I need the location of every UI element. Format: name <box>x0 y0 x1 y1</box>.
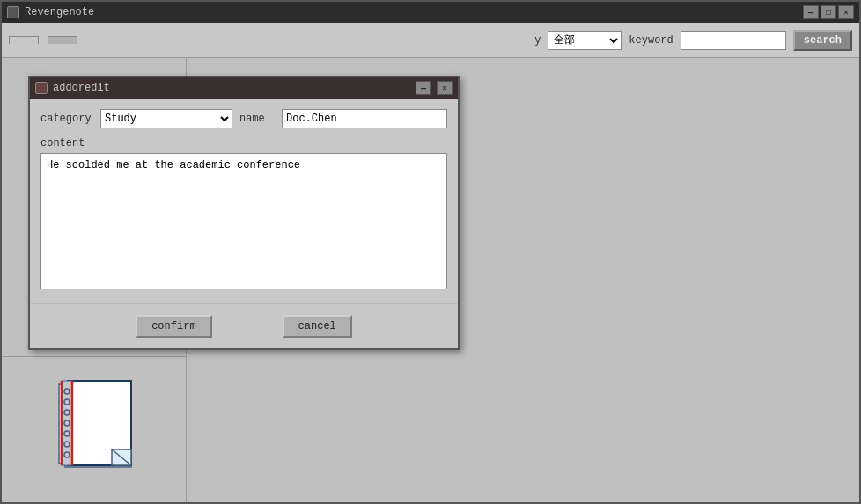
title-bar: Revengenote — □ ✕ <box>2 2 859 23</box>
main-window: Revengenote — □ ✕ y 全部 Study Work Person… <box>0 0 861 504</box>
toolbar: y 全部 Study Work Personal keyword search <box>2 23 859 58</box>
category-form-label: category <box>40 113 93 125</box>
tab-2[interactable] <box>48 36 77 44</box>
content-textarea[interactable]: He scolded me at the academic conference <box>40 153 447 289</box>
cancel-button[interactable]: cancel <box>283 315 352 338</box>
tab-1[interactable] <box>9 36 39 44</box>
category-label: y <box>534 34 541 47</box>
dialog-titlebar: addoredit — ✕ <box>30 77 458 99</box>
window-controls: — □ ✕ <box>803 5 854 19</box>
app-title: Revengenote <box>25 6 798 18</box>
content-form-label: content <box>40 137 447 150</box>
confirm-button[interactable]: confirm <box>136 315 211 338</box>
category-form-select[interactable]: Study Work Personal Other <box>100 109 232 128</box>
dialog-content: category Study Work Personal Other name … <box>30 99 458 303</box>
name-form-label: name <box>239 113 275 125</box>
dialog-minimize-button[interactable]: — <box>416 81 431 95</box>
keyword-input[interactable] <box>681 31 786 50</box>
modal-overlay: addoredit — ✕ category Study Work Person… <box>2 58 859 502</box>
dialog-title: addoredit <box>53 82 410 94</box>
addoredit-dialog: addoredit — ✕ category Study Work Person… <box>28 76 460 350</box>
category-name-row: category Study Work Personal Other name <box>40 109 447 128</box>
app-icon <box>7 6 19 18</box>
close-button[interactable]: ✕ <box>838 5 854 19</box>
dialog-close-button[interactable]: ✕ <box>437 81 453 95</box>
maximize-button[interactable]: □ <box>821 5 836 19</box>
minimize-button[interactable]: — <box>803 5 819 19</box>
dialog-footer: confirm cancel <box>30 303 458 348</box>
search-button[interactable]: search <box>793 30 852 51</box>
name-input[interactable] <box>282 109 447 128</box>
keyword-label: keyword <box>629 34 673 47</box>
content-area: addoredit — ✕ category Study Work Person… <box>2 58 859 502</box>
category-select[interactable]: 全部 Study Work Personal <box>548 31 622 50</box>
dialog-icon <box>35 82 48 94</box>
